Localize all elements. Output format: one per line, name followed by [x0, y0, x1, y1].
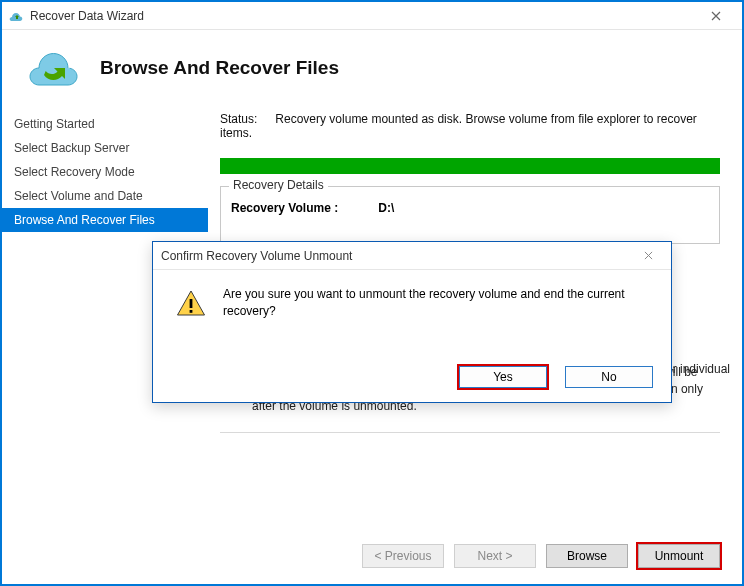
dialog-yes-button[interactable]: Yes — [459, 366, 547, 388]
browse-button[interactable]: Browse — [546, 544, 628, 568]
sidebar-item-browse-recover[interactable]: Browse And Recover Files — [2, 208, 208, 232]
app-icon — [8, 8, 24, 24]
status-text: Recovery volume mounted as disk. Browse … — [220, 112, 697, 140]
previous-button: < Previous — [362, 544, 444, 568]
sidebar-item-label: Browse And Recover Files — [14, 213, 155, 227]
dialog-close-button[interactable] — [633, 249, 663, 263]
recovery-volume-row: Recovery Volume : D:\ — [231, 201, 709, 215]
recovery-volume-label: Recovery Volume : — [231, 201, 371, 215]
dialog-no-button[interactable]: No — [565, 366, 653, 388]
recovery-volume-value: D:\ — [378, 201, 394, 215]
dialog-message: Are you sure you want to unmount the rec… — [223, 286, 653, 320]
recovery-details-group: Recovery Details Recovery Volume : D:\ — [220, 186, 720, 244]
header: Browse And Recover Files — [2, 30, 742, 106]
sidebar-item-getting-started[interactable]: Getting Started — [2, 112, 208, 136]
sidebar-item-select-recovery-mode[interactable]: Select Recovery Mode — [2, 160, 208, 184]
sidebar-item-label: Select Volume and Date — [14, 189, 143, 203]
svg-rect-3 — [190, 310, 193, 313]
unmount-button[interactable]: Unmount — [638, 544, 720, 568]
cloud-sync-icon — [20, 40, 84, 90]
wizard-window: Recover Data Wizard Browse And Recover F… — [0, 0, 744, 586]
next-button: Next > — [454, 544, 536, 568]
dialog-titlebar: Confirm Recovery Volume Unmount — [153, 242, 671, 270]
titlebar: Recover Data Wizard — [2, 2, 742, 30]
warning-icon — [175, 288, 207, 320]
wizard-buttons: < Previous Next > Browse Unmount — [216, 544, 720, 568]
sidebar-item-label: Select Backup Server — [14, 141, 129, 155]
progress-bar — [220, 158, 720, 174]
page-title: Browse And Recover Files — [100, 57, 339, 79]
sidebar-item-select-backup-server[interactable]: Select Backup Server — [2, 136, 208, 160]
dialog-title: Confirm Recovery Volume Unmount — [161, 249, 352, 263]
window-close-button[interactable] — [696, 2, 736, 30]
sidebar-item-label: Getting Started — [14, 117, 95, 131]
svg-rect-2 — [190, 299, 193, 308]
status-row: Status: Recovery volume mounted as disk.… — [220, 112, 724, 140]
separator — [220, 432, 720, 433]
status-label: Status: — [220, 112, 272, 126]
dialog-body: Are you sure you want to unmount the rec… — [153, 270, 671, 360]
group-title: Recovery Details — [229, 178, 328, 192]
sidebar-item-select-volume-date[interactable]: Select Volume and Date — [2, 184, 208, 208]
sidebar-item-label: Select Recovery Mode — [14, 165, 135, 179]
confirm-unmount-dialog: Confirm Recovery Volume Unmount Are you … — [152, 241, 672, 403]
dialog-buttons: Yes No — [153, 360, 671, 402]
window-title: Recover Data Wizard — [30, 9, 144, 23]
